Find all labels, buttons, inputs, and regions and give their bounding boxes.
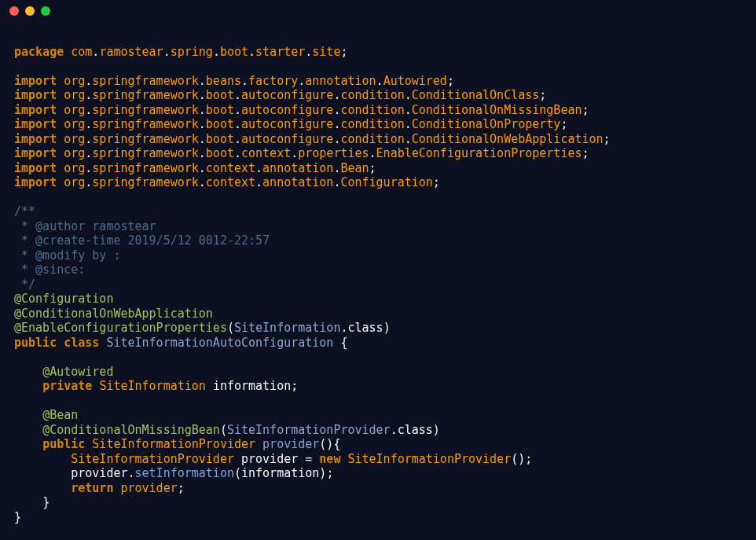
line: @ConditionalOnMissingBean(SiteInformatio… (42, 423, 440, 437)
line: import org.springframework.boot.autoconf… (14, 88, 546, 102)
keyword-package: package (14, 45, 64, 59)
line: package com.ramostear.spring.boot.starte… (14, 45, 347, 59)
line: import org.springframework.context.annot… (14, 161, 376, 175)
line: private SiteInformation information; (42, 379, 298, 393)
annotation-cowa: @ConditionalOnWebApplication (14, 307, 213, 321)
annotation-configuration: @Configuration (14, 292, 113, 306)
zoom-icon[interactable] (41, 6, 50, 16)
line: return provider; (71, 481, 185, 495)
class-name: SiteInformationAutoConfiguration (106, 336, 333, 350)
line: public SiteInformationProvider provider(… (42, 437, 340, 451)
line: import org.springframework.boot.autoconf… (14, 132, 611, 146)
code-window: package com.ramostear.spring.boot.starte… (0, 0, 756, 540)
package-path: com.ramostear.spring.boot.starter.site (71, 45, 340, 59)
line: @EnableConfigurationProperties(SiteInfor… (14, 321, 391, 335)
line: import org.springframework.boot.autoconf… (14, 103, 589, 117)
line: import org.springframework.boot.context.… (14, 146, 589, 160)
minimize-icon[interactable] (25, 6, 35, 16)
annotation-bean: @Bean (42, 408, 78, 422)
code-area: package com.ramostear.spring.boot.starte… (0, 22, 756, 532)
annotation-autowired: @Autowired (42, 365, 113, 379)
titlebar (0, 0, 756, 22)
line: public class SiteInformationAutoConfigur… (14, 336, 347, 350)
close-icon[interactable] (9, 6, 19, 16)
line: provider.setInformation(information); (71, 466, 333, 480)
line: import org.springframework.context.annot… (14, 175, 440, 189)
line: SiteInformationProvider provider = new S… (71, 452, 532, 466)
line: import org.springframework.boot.autoconf… (14, 117, 567, 131)
line: import org.springframework.beans.factory… (14, 74, 454, 88)
javadoc: /** * @author ramostear * @create-time 2… (14, 204, 270, 292)
